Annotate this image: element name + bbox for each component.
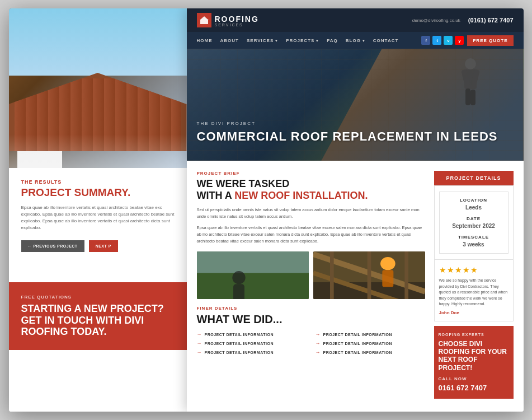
brief-title: WE WERE TASKED WITH A NEW ROOF INSTALLAT… <box>197 178 425 201</box>
photo-box-1 <box>197 251 309 299</box>
menu-contact[interactable]: CONTACT <box>373 38 399 43</box>
summary-title: PROJECT SUMMARY. <box>21 187 175 199</box>
arrow-icon: → <box>197 340 202 346</box>
free-quote-button[interactable]: FREE QUOTE <box>467 35 513 46</box>
review-text: We are so happy with the service provide… <box>439 278 509 307</box>
location-row: LOCATION Leeds <box>444 198 503 211</box>
menu-about[interactable]: ABOUT <box>220 38 239 43</box>
list-item: → PROJECT DETAIL INFORMATION <box>316 349 425 355</box>
youtube-icon[interactable]: y <box>455 36 464 45</box>
svg-rect-0 <box>200 20 208 24</box>
what-we-did-title: WHAT WE DID... <box>197 313 425 326</box>
menu-blog[interactable]: BLOG <box>346 38 365 43</box>
location-label: LOCATION <box>444 198 503 203</box>
arrow-icon: → <box>316 332 321 337</box>
review-section: ★★★★★ We are so happy with the service p… <box>435 259 513 321</box>
free-quotations-label: FREE QUOTATIONS <box>21 295 175 300</box>
summary-title-plain: PROJECT <box>21 186 74 198</box>
left-panel-content: THE RESULTS PROJECT SUMMARY. Epsa quae a… <box>9 168 187 277</box>
detail-col-1: → PROJECT DETAIL INFORMATION → PROJECT D… <box>197 332 307 358</box>
list-item: → PROJECT DETAIL INFORMATION <box>197 349 307 355</box>
detail-text: PROJECT DETAIL INFORMATION <box>323 333 392 337</box>
timescale-row: TIMESCALE 3 weeks <box>444 235 503 248</box>
sidebar-cta-label: ROOFING EXPERTS <box>439 333 509 337</box>
results-label: THE RESULTS <box>21 179 175 185</box>
cta-big-text: STARTING A NEW PROJECT? GET IN TOUCH WIT… <box>21 303 175 338</box>
next-project-button[interactable]: NEXT P <box>89 240 118 252</box>
detail-text: PROJECT DETAIL INFORMATION <box>205 333 274 337</box>
project-label: THE DIVI PROJECT <box>197 121 498 126</box>
social-icons: f t v y <box>421 36 464 45</box>
site-nav: ROOFING SERVICES demo@diviroofing.co.uk … <box>187 8 524 32</box>
sidebar-cta: ROOFING EXPERTS CHOOSE DIVI ROOFING FOR … <box>434 326 514 399</box>
finer-details-label: FINER DETAILS <box>197 306 425 311</box>
menu-bar: HOME ABOUT SERVICES PROJECTS FAQ BLOG CO… <box>187 32 524 49</box>
logo-text-group: ROOFING SERVICES <box>215 14 259 27</box>
hero-text-area: THE DIVI PROJECT COMMERCIAL ROOF REPLACE… <box>197 121 498 144</box>
main-site: ROOFING SERVICES demo@diviroofing.co.uk … <box>187 8 524 412</box>
summary-title-red: SUMMARY. <box>74 186 131 198</box>
center-column: PROJECT BRIEF WE WERE TASKED WITH A NEW … <box>197 171 434 399</box>
svg-point-2 <box>465 58 476 69</box>
hero-title: COMMERCIAL ROOF REPLACEMENT IN LEEDS <box>197 129 498 144</box>
menu-projects[interactable]: PROJECTS <box>286 38 319 43</box>
svg-rect-6 <box>465 88 470 105</box>
menu-home[interactable]: HOME <box>197 38 213 43</box>
brief-line2-red: NEW ROOF INSTALLATION. <box>234 190 368 201</box>
body-text-1: Sed ut perspiciatis unde omnis iste natu… <box>197 207 425 220</box>
nav-contact: demo@diviroofing.co.uk (0161) 672 7407 <box>412 17 514 24</box>
vimeo-icon[interactable]: v <box>444 36 453 45</box>
svg-rect-7 <box>470 90 475 105</box>
date-row: DATE September 2022 <box>444 216 503 229</box>
body-text-2: Epsa quae ab illo inventore vertatis et … <box>197 225 425 245</box>
svg-rect-12 <box>233 284 244 300</box>
timescale-value: 3 weeks <box>444 241 503 248</box>
timescale-label: TIMESCALE <box>444 235 503 240</box>
photo-box-2 <box>313 251 425 299</box>
prev-next-buttons: ← PREVIOUS PROJECT NEXT P <box>21 240 175 252</box>
right-sidebar: PROJECT DETAILS LOCATION Leeds DATE Sept… <box>434 171 514 399</box>
brief-label: PROJECT BRIEF <box>197 171 425 176</box>
list-item: → PROJECT DETAIL INFORMATION <box>316 340 425 346</box>
project-photos <box>197 251 425 299</box>
detail-text: PROJECT DETAIL INFORMATION <box>323 342 392 346</box>
detail-text: PROJECT DETAIL INFORMATION <box>323 351 392 354</box>
details-box: LOCATION Leeds DATE September 2022 TIMES… <box>439 192 509 254</box>
sidebar-cta-title: CHOOSE DIVI ROOFING FOR YOUR NEXT ROOF P… <box>439 340 509 372</box>
project-details-card: LOCATION Leeds DATE September 2022 TIMES… <box>434 185 514 321</box>
detail-text: PROJECT DETAIL INFORMATION <box>205 342 274 346</box>
svg-marker-1 <box>200 16 209 20</box>
date-value: September 2022 <box>444 223 503 229</box>
arrow-icon: → <box>197 332 202 337</box>
site-content: PROJECT BRIEF WE WERE TASKED WITH A NEW … <box>187 161 524 399</box>
arrow-icon: → <box>197 349 202 355</box>
hero-worker-svg <box>451 57 490 113</box>
arrow-icon: → <box>316 349 321 355</box>
list-item: → PROJECT DETAIL INFORMATION <box>197 340 307 346</box>
sidebar-cta-call: CALL NOW <box>439 376 509 381</box>
detail-text: PROJECT DETAIL INFORMATION <box>205 351 274 354</box>
list-item: → PROJECT DETAIL INFORMATION <box>197 332 307 337</box>
menu-faq[interactable]: FAQ <box>327 38 337 43</box>
hero-background <box>187 49 524 161</box>
nav-right: f t v y FREE QUOTE <box>421 35 513 46</box>
project-details-header: PROJECT DETAILS <box>434 171 514 185</box>
svg-point-11 <box>232 271 245 284</box>
reviewer-name: John Doe <box>439 310 509 315</box>
twitter-icon[interactable]: t <box>432 36 441 45</box>
browser-window: THE RESULTS PROJECT SUMMARY. Epsa quae a… <box>9 8 524 412</box>
left-body-text: Epsa quae ab illo inventore vertatis et … <box>21 204 175 231</box>
svg-point-20 <box>380 257 396 270</box>
svg-rect-10 <box>197 251 309 273</box>
facebook-icon[interactable]: f <box>421 36 430 45</box>
left-panel: THE RESULTS PROJECT SUMMARY. Epsa quae a… <box>9 8 187 412</box>
star-rating: ★★★★★ <box>439 265 509 274</box>
prev-project-button[interactable]: ← PREVIOUS PROJECT <box>21 240 84 252</box>
logo-area: ROOFING SERVICES <box>197 13 259 27</box>
svg-rect-21 <box>382 270 393 287</box>
brief-line2-plain: WITH A <box>197 190 235 201</box>
svg-rect-9 <box>197 273 309 300</box>
hero-section: THE DIVI PROJECT COMMERCIAL ROOF REPLACE… <box>187 49 524 161</box>
brief-line1: WE WERE TASKED <box>197 178 290 189</box>
menu-services[interactable]: SERVICES <box>247 38 278 43</box>
